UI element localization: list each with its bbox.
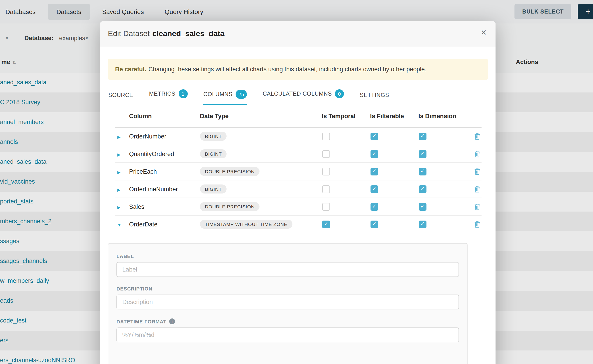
- column-name: OrderLineNumber: [129, 186, 200, 192]
- delete-column-icon[interactable]: [474, 221, 480, 228]
- modal-title-dataset-name: cleaned_sales_data: [152, 29, 224, 38]
- field-label: DATETIME FORMAT: [116, 319, 166, 324]
- data-type-pill: DOUBLE PRECISION: [200, 167, 260, 176]
- is-dimension-checkbox[interactable]: [419, 168, 427, 175]
- edit-dataset-modal: Edit Dataset cleaned_sales_data × Be car…: [100, 21, 495, 364]
- is-filterable-checkbox[interactable]: [370, 220, 378, 228]
- tab-label: COLUMNS: [203, 91, 232, 98]
- is-filterable-checkbox[interactable]: [370, 168, 378, 175]
- info-icon[interactable]: [169, 318, 175, 324]
- tab-columns[interactable]: COLUMNS25: [203, 83, 247, 105]
- collapse-caret-icon[interactable]: [117, 223, 121, 227]
- columns-table-body: OrderNumberBIGINTQuantityOrderedBIGINTPr…: [115, 128, 481, 233]
- column-name: OrderNumber: [129, 133, 200, 140]
- data-type-pill: TIMESTAMP WITHOUT TIME ZONE: [200, 220, 292, 229]
- column-name: OrderDate: [129, 221, 200, 228]
- field-label: DESCRIPTION: [116, 286, 152, 291]
- is-filterable-checkbox[interactable]: [370, 185, 378, 193]
- tab-settings[interactable]: SETTINGS: [359, 85, 389, 105]
- app-viewport: DatabasesDatasetsSaved QueriesQuery Hist…: [0, 0, 593, 364]
- tab-label: CALCULATED COLUMNS: [263, 91, 332, 97]
- delete-column-icon[interactable]: [474, 168, 480, 175]
- tab-label: SETTINGS: [360, 92, 389, 98]
- data-type-pill: DOUBLE PRECISION: [200, 202, 260, 211]
- column-detail-panel: LABELDESCRIPTIONDATETIME FORMAT: [108, 243, 468, 364]
- is-filterable-checkbox[interactable]: [370, 203, 378, 210]
- column-row: OrderLineNumberBIGINT: [115, 180, 481, 198]
- tab-count-badge: 1: [178, 89, 188, 98]
- tab-label: METRICS: [149, 91, 176, 97]
- is-temporal-checkbox[interactable]: [322, 220, 330, 228]
- warning-bold-text: Be careful.: [115, 66, 146, 73]
- is-filterable-header: Is Filterable: [370, 113, 418, 120]
- is-temporal-checkbox[interactable]: [322, 168, 330, 175]
- delete-column-icon[interactable]: [474, 203, 480, 210]
- delete-column-icon[interactable]: [474, 150, 480, 157]
- close-icon[interactable]: ×: [481, 27, 487, 37]
- is-temporal-checkbox[interactable]: [322, 203, 330, 210]
- is-dimension-checkbox[interactable]: [419, 220, 427, 228]
- expand-caret-icon[interactable]: [117, 170, 120, 175]
- column-name: Sales: [129, 203, 200, 210]
- modal-title: Edit Dataset: [108, 29, 150, 38]
- expand-caret-icon[interactable]: [117, 205, 120, 210]
- tab-count-badge: 25: [236, 90, 247, 99]
- column-name: PriceEach: [129, 168, 200, 175]
- warning-text: Changing these settings will affect all …: [148, 66, 427, 73]
- columns-table: Column Data Type Is Temporal Is Filterab…: [115, 105, 481, 233]
- is-temporal-checkbox[interactable]: [322, 150, 330, 158]
- data-type-pill: BIGINT: [200, 149, 227, 158]
- delete-column-icon[interactable]: [474, 133, 480, 140]
- tab-label: SOURCE: [108, 92, 133, 98]
- form-field: DATETIME FORMAT: [116, 318, 459, 342]
- column-header: Column: [129, 113, 200, 120]
- column-row: PriceEachDOUBLE PRECISION: [115, 163, 481, 180]
- form-field: LABEL: [116, 254, 459, 277]
- column-row: QuantityOrderedBIGINT: [115, 145, 481, 163]
- column-row: SalesDOUBLE PRECISION: [115, 198, 481, 216]
- is-filterable-checkbox[interactable]: [370, 132, 378, 140]
- is-filterable-checkbox[interactable]: [370, 150, 378, 158]
- expand-caret-icon[interactable]: [117, 135, 120, 139]
- field-label: LABEL: [116, 254, 134, 259]
- expand-caret-icon[interactable]: [117, 188, 120, 192]
- data-type-pill: BIGINT: [200, 132, 227, 141]
- column-row: OrderNumberBIGINT: [115, 128, 481, 145]
- is-dimension-checkbox[interactable]: [419, 185, 427, 193]
- column-row: OrderDateTIMESTAMP WITHOUT TIME ZONE: [115, 216, 481, 233]
- tab-source[interactable]: SOURCE: [108, 85, 134, 105]
- is-dimension-checkbox[interactable]: [419, 203, 427, 210]
- data-type-header: Data Type: [200, 113, 322, 120]
- expand-caret-icon[interactable]: [117, 152, 120, 157]
- form-field: DESCRIPTION: [116, 286, 459, 309]
- is-temporal-checkbox[interactable]: [322, 185, 330, 193]
- tab-count-badge: 0: [335, 89, 344, 98]
- description-input[interactable]: [116, 294, 459, 309]
- modal-tabs: SOURCEMETRICS1COLUMNS25CALCULATED COLUMN…: [108, 83, 488, 105]
- tab-metrics[interactable]: METRICS1: [149, 83, 188, 105]
- is-temporal-header: Is Temporal: [322, 113, 370, 120]
- warning-banner: Be careful. Changing these settings will…: [108, 59, 488, 80]
- is-dimension-checkbox[interactable]: [419, 150, 427, 158]
- data-type-pill: BIGINT: [200, 184, 227, 194]
- label-input[interactable]: [116, 262, 459, 277]
- is-dimension-checkbox[interactable]: [419, 132, 427, 140]
- columns-table-header: Column Data Type Is Temporal Is Filterab…: [115, 105, 481, 128]
- modal-body: Be careful. Changing these settings will…: [100, 59, 495, 364]
- column-name: QuantityOrdered: [129, 150, 200, 157]
- is-dimension-header: Is Dimension: [418, 113, 473, 120]
- datetime-format-input[interactable]: [116, 327, 459, 342]
- modal-header: Edit Dataset cleaned_sales_data ×: [100, 21, 495, 46]
- tab-calculated-columns[interactable]: CALCULATED COLUMNS0: [262, 83, 344, 105]
- is-temporal-checkbox[interactable]: [322, 132, 330, 140]
- delete-column-icon[interactable]: [474, 186, 480, 192]
